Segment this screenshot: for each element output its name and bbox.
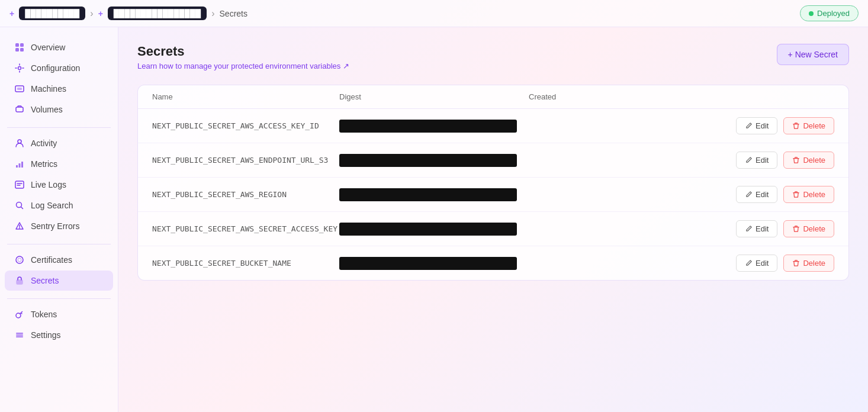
- delete-button[interactable]: Delete: [783, 220, 834, 237]
- row-actions: Edit Delete: [716, 220, 834, 237]
- svg-point-15: [18, 258, 21, 262]
- delete-icon: [792, 122, 800, 130]
- page-subtitle: Learn how to manage your protected envir…: [137, 62, 349, 70]
- secret-digest: [339, 223, 517, 236]
- delete-button[interactable]: Delete: [783, 255, 834, 272]
- sidebar-label-log-search: Log Search: [31, 201, 73, 210]
- breadcrumb-sep-2: ›: [211, 8, 214, 19]
- delete-icon: [792, 156, 800, 164]
- edit-icon: [745, 259, 753, 267]
- secret-name: NEXT_PUBLIC_SECRET_AWS_REGION: [152, 190, 339, 199]
- secrets-icon: [14, 275, 25, 286]
- delete-button[interactable]: Delete: [783, 186, 834, 203]
- sidebar-group-bottom: Tokens Settings: [0, 304, 118, 346]
- secret-name: NEXT_PUBLIC_SECRET_AWS_SECRET_ACCESS_KEY: [152, 224, 339, 233]
- log-search-icon: [14, 200, 25, 211]
- subtitle-link[interactable]: Learn how to manage your protected envir…: [137, 62, 340, 70]
- row-actions: Edit Delete: [716, 186, 834, 203]
- volumes-icon: [14, 104, 25, 115]
- sidebar-label-metrics: Metrics: [31, 159, 57, 169]
- edit-icon: [745, 191, 753, 198]
- deployed-label: Deployed: [817, 9, 850, 18]
- svg-point-14: [16, 256, 23, 263]
- topbar: + ██████████ › + ████████████████ › Secr…: [0, 0, 868, 27]
- svg-rect-9: [16, 165, 18, 168]
- edit-button[interactable]: Edit: [736, 186, 777, 203]
- sidebar-group-main: Overview Configuration M: [0, 37, 118, 120]
- sidebar-item-volumes[interactable]: Volumes: [5, 99, 113, 120]
- edit-button[interactable]: Edit: [736, 152, 777, 169]
- sidebar-item-overview[interactable]: Overview: [5, 37, 113, 57]
- header-text: Secrets Learn how to manage your protect…: [137, 44, 349, 70]
- edit-button[interactable]: Edit: [736, 220, 777, 237]
- overview-icon: [14, 42, 25, 53]
- sidebar-item-certificates[interactable]: Certificates: [5, 250, 113, 270]
- table-row: NEXT_PUBLIC_SECRET_BUCKET_NAME Edit: [138, 246, 848, 280]
- sidebar-item-metrics[interactable]: Metrics: [5, 154, 113, 174]
- certificates-icon: [14, 255, 25, 265]
- deployed-badge: Deployed: [800, 5, 859, 21]
- edit-button[interactable]: Edit: [736, 117, 777, 134]
- configuration-icon: [14, 63, 25, 73]
- sidebar-label-machines: Machines: [31, 84, 66, 94]
- deployed-dot: [809, 11, 814, 16]
- sidebar-label-sentry-errors: Sentry Errors: [31, 221, 79, 231]
- sidebar-group-monitoring: Activity Metrics: [0, 133, 118, 237]
- topbar-right: Deployed: [800, 5, 859, 21]
- breadcrumb-app[interactable]: ████████████████: [108, 7, 207, 20]
- edit-button[interactable]: Edit: [736, 255, 777, 272]
- secret-name: NEXT_PUBLIC_SECRET_BUCKET_NAME: [152, 259, 339, 268]
- sidebar-item-log-search[interactable]: Log Search: [5, 195, 113, 215]
- col-header-digest: Digest: [339, 92, 529, 101]
- sidebar-item-configuration[interactable]: Configuration: [5, 58, 113, 78]
- metrics-icon: [14, 159, 25, 169]
- svg-rect-3: [20, 48, 24, 52]
- sidebar-item-settings[interactable]: Settings: [5, 325, 113, 345]
- live-logs-icon: [14, 179, 25, 190]
- svg-rect-1: [20, 43, 24, 47]
- sidebar-item-live-logs[interactable]: Live Logs: [5, 175, 113, 195]
- svg-rect-0: [15, 43, 19, 47]
- svg-rect-16: [17, 280, 22, 284]
- col-header-actions: [716, 92, 834, 101]
- svg-point-17: [16, 313, 21, 318]
- sidebar-label-volumes: Volumes: [31, 105, 63, 114]
- table-row: NEXT_PUBLIC_SECRET_AWS_ENDPOINT_URL_S3 E…: [138, 143, 848, 178]
- delete-icon: [792, 225, 800, 233]
- sidebar-item-secrets[interactable]: Secrets: [5, 271, 113, 291]
- sidebar-label-certificates: Certificates: [31, 255, 72, 265]
- settings-icon: [14, 330, 25, 340]
- edit-icon: [745, 225, 753, 233]
- delete-icon: [792, 259, 800, 267]
- sidebar-item-activity[interactable]: Activity: [5, 133, 113, 153]
- row-actions: Edit Delete: [716, 152, 834, 169]
- svg-rect-2: [15, 48, 19, 52]
- tokens-icon: [14, 309, 25, 320]
- sidebar-item-machines[interactable]: Machines: [5, 79, 113, 99]
- new-secret-button[interactable]: + New Secret: [777, 44, 849, 65]
- external-link-icon: ↗: [343, 62, 349, 70]
- sidebar-item-sentry-errors[interactable]: Sentry Errors: [5, 216, 113, 236]
- breadcrumb-sep-1: ›: [90, 8, 93, 19]
- breadcrumb-org[interactable]: ██████████: [19, 7, 85, 20]
- sidebar-label-overview: Overview: [31, 43, 65, 52]
- delete-button[interactable]: Delete: [783, 117, 834, 134]
- sidebar-item-tokens[interactable]: Tokens: [5, 304, 113, 324]
- plus-icon: +: [9, 9, 14, 18]
- sentry-errors-icon: [14, 221, 25, 231]
- edit-icon: [745, 122, 753, 130]
- svg-rect-11: [21, 162, 23, 168]
- main-content: Secrets Learn how to manage your protect…: [118, 27, 868, 412]
- svg-rect-18: [16, 333, 23, 334]
- secret-name: NEXT_PUBLIC_SECRET_AWS_ACCESS_KEY_ID: [152, 121, 339, 130]
- table-row: NEXT_PUBLIC_SECRET_AWS_ACCESS_KEY_ID Edi…: [138, 109, 848, 143]
- sidebar-label-activity: Activity: [31, 139, 57, 148]
- breadcrumb-current: Secrets: [220, 9, 247, 18]
- sidebar-label-secrets: Secrets: [31, 276, 59, 285]
- table-row: NEXT_PUBLIC_SECRET_AWS_REGION Edit: [138, 178, 848, 212]
- secret-digest: [339, 188, 517, 201]
- svg-rect-6: [17, 88, 22, 90]
- delete-button[interactable]: Delete: [783, 152, 834, 169]
- sidebar-label-settings: Settings: [31, 330, 61, 340]
- row-actions: Edit Delete: [716, 255, 834, 272]
